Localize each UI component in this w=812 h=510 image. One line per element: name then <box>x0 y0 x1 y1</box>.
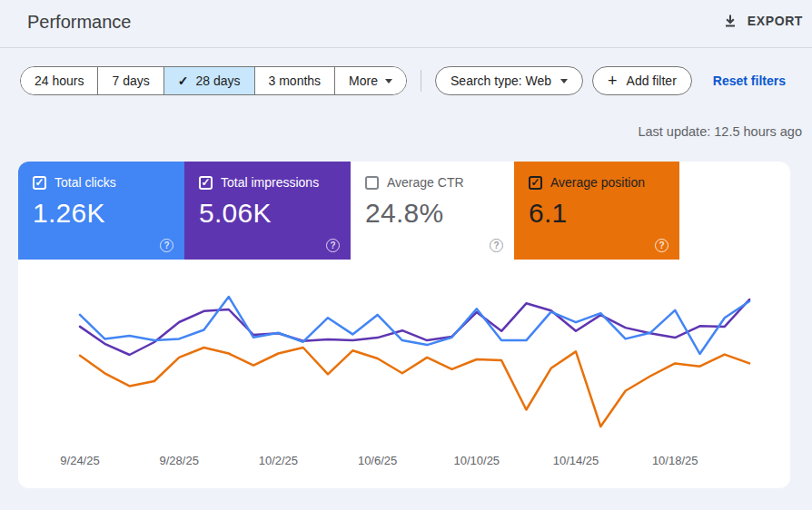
average-position-checkbox[interactable]: ✓ <box>529 176 542 190</box>
download-icon <box>722 13 738 29</box>
x-axis-label: 10/2/25 <box>259 454 298 467</box>
date-range-7-days[interactable]: 7 days <box>97 67 163 94</box>
metric-tile-total-clicks[interactable]: ✓ Total clicks 1.26K ? <box>18 162 184 260</box>
performance-card: ✓ Total clicks 1.26K ? ✓ Total impressio… <box>18 162 790 488</box>
date-range-28-days[interactable]: ✓ 28 days <box>163 67 254 94</box>
date-range-more-button[interactable]: More <box>334 67 406 94</box>
line-total-impressions <box>80 299 749 355</box>
performance-chart[interactable]: 9/24/259/28/2510/2/2510/6/2510/10/2510/1… <box>18 272 790 476</box>
chevron-down-icon <box>385 79 392 83</box>
last-update: Last update: 12.5 hours ago <box>638 124 802 139</box>
total-clicks-checkbox[interactable]: ✓ <box>33 176 46 190</box>
line-average-position <box>80 348 749 427</box>
metric-value: 5.06K <box>199 198 336 229</box>
export-label: EXPORT <box>748 14 803 28</box>
x-axis-label: 10/18/25 <box>652 454 698 467</box>
metric-value: 1.26K <box>33 198 170 229</box>
chart-canvas[interactable] <box>18 272 790 454</box>
x-axis-label: 9/24/25 <box>60 454 99 467</box>
date-range-group: 24 hours 7 days ✓ 28 days 3 months More <box>20 66 407 95</box>
help-icon[interactable]: ? <box>160 239 173 252</box>
header-divider <box>0 47 812 48</box>
reset-filters-link[interactable]: Reset filters <box>713 74 786 88</box>
chevron-down-icon <box>560 79 568 83</box>
x-axis-label: 9/28/25 <box>160 454 199 467</box>
x-axis-label: 10/14/25 <box>553 454 599 467</box>
metric-value: 24.8% <box>365 198 500 229</box>
date-range-label: 28 days <box>195 74 240 88</box>
metric-tile-average-position[interactable]: ✓ Average position 6.1 ? <box>514 162 679 260</box>
metric-label: Total impressions <box>221 175 319 190</box>
metric-tile-total-impressions[interactable]: ✓ Total impressions 5.06K ? <box>184 162 351 260</box>
total-impressions-checkbox[interactable]: ✓ <box>199 176 213 190</box>
average-ctr-checkbox[interactable] <box>365 176 379 190</box>
date-range-label: 3 months <box>269 74 322 88</box>
date-range-label: 24 hours <box>35 74 84 88</box>
line-total-clicks <box>80 297 749 354</box>
help-icon[interactable]: ? <box>655 239 668 252</box>
x-axis-label: 10/10/25 <box>453 454 500 467</box>
search-type-label: Search type: Web <box>451 74 551 88</box>
check-icon: ✓ <box>178 74 189 88</box>
help-icon[interactable]: ? <box>490 239 503 252</box>
metric-label: Average CTR <box>387 175 464 190</box>
filter-bar: 24 hours 7 days ✓ 28 days 3 months More … <box>20 66 786 95</box>
page-title: Performance <box>27 12 132 33</box>
help-icon[interactable]: ? <box>326 239 340 252</box>
plus-icon: + <box>608 74 618 88</box>
search-type-dropdown[interactable]: Search type: Web <box>435 66 583 95</box>
x-axis-label: 10/6/25 <box>358 454 397 467</box>
metric-label: Total clicks <box>54 175 116 190</box>
metric-tile-average-ctr[interactable]: Average CTR 24.8% ? <box>351 162 514 260</box>
add-filter-label: Add filter <box>627 74 677 88</box>
export-button[interactable]: EXPORT <box>722 13 803 29</box>
filterbar-divider <box>421 70 421 92</box>
date-range-3-months[interactable]: 3 months <box>254 67 335 94</box>
more-label: More <box>349 74 378 88</box>
date-range-label: 7 days <box>112 74 149 88</box>
add-filter-button[interactable]: + Add filter <box>592 66 692 95</box>
date-range-24-hours[interactable]: 24 hours <box>21 67 97 94</box>
metric-value: 6.1 <box>529 198 665 229</box>
metric-label: Average position <box>550 175 645 190</box>
